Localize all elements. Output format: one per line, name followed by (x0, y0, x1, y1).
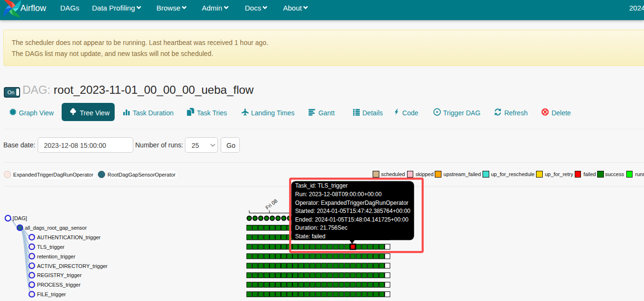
svg-text:Run: 2023-12-08T09:00:00+00:00: Run: 2023-12-08T09:00:00+00:00 (295, 191, 382, 198)
svg-text:[DAG]: [DAG] (13, 215, 27, 221)
svg-text:Duration: 21.756Sec: Duration: 21.756Sec (295, 224, 347, 231)
svg-text:Task_id: TLS_trigger: Task_id: TLS_trigger (295, 182, 348, 189)
svg-text:Operator: ExpandedTriggerDagRu: Operator: ExpandedTriggerDagRunOperator (295, 200, 408, 206)
svg-text:REGISTRY_trigger: REGISTRY_trigger (37, 272, 82, 278)
svg-text:Ended: 2024-01-05T15:48:04.141: Ended: 2024-01-05T15:48:04.141725+00:00 (295, 216, 409, 223)
svg-text:TLS_trigger: TLS_trigger (37, 244, 65, 250)
svg-text:Fri 08: Fri 08 (264, 198, 279, 211)
svg-text:PROCESS_trigger: PROCESS_trigger (37, 282, 81, 288)
svg-text:State: failed: State: failed (295, 233, 325, 240)
svg-text:retention_trigger: retention_trigger (37, 254, 75, 259)
svg-text:AUTHENTICATION_trigger: AUTHENTICATION_trigger (37, 234, 101, 240)
svg-text:Started: 2024-01-05T15:47:42.3: Started: 2024-01-05T15:47:42.385764+00:0… (295, 208, 411, 214)
svg-text:ACTIVE_DIRECTORY_trigger: ACTIVE_DIRECTORY_trigger (37, 263, 108, 269)
svg-text:FILE_trigger: FILE_trigger (37, 291, 66, 297)
svg-text:all_dags_root_gap_sensor: all_dags_root_gap_sensor (25, 225, 87, 231)
